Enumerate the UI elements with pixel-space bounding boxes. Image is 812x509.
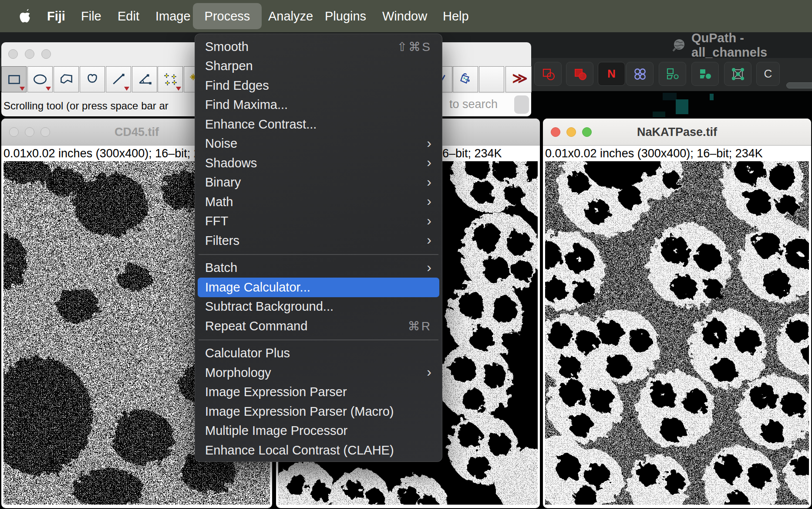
annotations-filled-icon <box>572 66 588 82</box>
menu-item-noise[interactable]: Noise› <box>198 134 439 154</box>
angle-tool-button[interactable] <box>132 66 157 92</box>
line-tool-icon <box>110 71 127 88</box>
shortcut-label: ⌘R <box>408 319 431 333</box>
qupath-detections-filled-button[interactable] <box>691 62 719 86</box>
polygon-tool-icon <box>57 71 75 88</box>
menu-item-repeat-command[interactable]: Repeat Command ⌘R <box>198 316 439 336</box>
image-info: 0.01x0.02 inches (300x400); 16–bit; 234K <box>543 146 811 161</box>
freehand-tool-button[interactable] <box>80 66 105 92</box>
submenu-chevron-icon: › <box>427 260 431 274</box>
submenu-chevron-icon: › <box>427 233 431 247</box>
minimize-button[interactable] <box>25 49 34 59</box>
submenu-chevron-icon: › <box>427 155 431 169</box>
tool-dropdown-icon <box>176 87 181 91</box>
submenu-chevron-icon: › <box>427 175 431 189</box>
submenu-chevron-icon: › <box>427 365 431 379</box>
fill-tool-button[interactable] <box>453 66 478 92</box>
menu-separator <box>199 339 438 340</box>
macos-menubar: Fiji File Edit Image Process Analyze Plu… <box>0 0 812 32</box>
qupath-annotations-filled-button[interactable] <box>566 62 593 86</box>
annotations-outline-icon <box>540 66 556 82</box>
qupath-annotations-outline-button[interactable] <box>534 62 562 86</box>
menu-item-morphology[interactable]: Morphology› <box>198 363 439 383</box>
oval-tool-icon <box>31 71 49 88</box>
shortcut-label: ⇧⌘S <box>397 40 431 54</box>
qupath-opacity-slider[interactable] <box>786 82 812 88</box>
qupath-channels-button[interactable]: C <box>756 62 780 86</box>
apple-icon[interactable] <box>18 8 31 24</box>
point-tool-button[interactable] <box>158 66 183 92</box>
menu-item-find-edges[interactable]: Find Edges <box>198 76 439 95</box>
qupath-names-toggle-button[interactable]: N <box>598 62 625 86</box>
menu-item-find-maxima[interactable]: Find Maxima... <box>198 95 439 115</box>
qupath-thumbnail-tile <box>663 93 677 100</box>
window-title: NaKATPase.tif <box>543 119 811 146</box>
menu-item-enhance-local-contrast[interactable]: Enhance Local Contrast (CLAHE) <box>198 441 439 460</box>
menubar-item-window[interactable]: Window <box>382 0 427 32</box>
qupath-thumbnail-tile <box>653 112 665 117</box>
menu-item-subtract-background[interactable]: Subtract Background... <box>198 297 439 317</box>
qupath-window-title: QuPath - all_channels <box>691 32 812 58</box>
menu-item-sharpen[interactable]: Sharpen <box>198 57 439 76</box>
c-label: C <box>764 67 772 81</box>
rectangle-tool-button[interactable] <box>1 66 27 92</box>
desktop: QuPath - all_channels N <box>0 0 812 509</box>
angle-tool-icon <box>136 71 153 88</box>
menu-item-batch[interactable]: Batch› <box>198 258 439 278</box>
search-thumb[interactable] <box>514 95 529 114</box>
menubar-item-edit[interactable]: Edit <box>118 0 139 32</box>
line-tool-button[interactable] <box>106 66 131 92</box>
menubar-item-fiji[interactable]: Fiji <box>47 0 65 32</box>
n-label: N <box>607 67 616 81</box>
polygon-tool-button[interactable] <box>54 66 79 92</box>
qupath-thumbnail-tile <box>710 94 714 100</box>
rectangle-tool-icon <box>5 71 23 88</box>
submenu-chevron-icon: › <box>427 214 431 227</box>
submenu-chevron-icon: › <box>427 136 431 150</box>
menu-item-smooth[interactable]: Smooth ⇧⌘S <box>198 37 439 57</box>
qupath-graph-nodes-button[interactable] <box>724 62 751 86</box>
status-text: Scrolling tool (or press space bar ar <box>3 95 202 116</box>
menubar-item-image[interactable]: Image <box>155 0 191 32</box>
menubar-item-help[interactable]: Help <box>443 0 469 32</box>
menubar-item-analyze[interactable]: Analyze <box>268 0 313 32</box>
qupath-thumbnail-tile <box>676 99 688 114</box>
qupath-detections-outline-button[interactable] <box>659 62 686 86</box>
menu-item-image-calculator[interactable]: Image Calculator... <box>198 278 439 297</box>
menu-item-image-expression-parser-macro[interactable]: Image Expression Parser (Macro) <box>198 402 439 421</box>
menubar-item-file[interactable]: File <box>81 0 101 32</box>
qupath-app-icon <box>672 38 687 53</box>
empty-tool-slot[interactable] <box>479 66 504 92</box>
tool-dropdown-icon <box>124 87 129 91</box>
menu-item-filters[interactable]: Filters› <box>198 231 439 251</box>
freehand-tool-icon <box>84 71 101 88</box>
zoom-button[interactable] <box>41 49 51 59</box>
menu-item-math[interactable]: Math› <box>198 192 439 212</box>
menubar-item-process[interactable]: Process <box>193 3 262 29</box>
graph-nodes-icon <box>730 66 746 82</box>
menu-item-image-expression-parser[interactable]: Image Expression Parser <box>198 383 439 402</box>
menu-item-fft[interactable]: FFT› <box>198 212 439 231</box>
more-tools-icon: ≫ <box>512 69 525 89</box>
menubar-item-plugins[interactable]: Plugins <box>325 0 366 32</box>
oval-tool-button[interactable] <box>27 66 53 92</box>
qupath-cluster-button[interactable] <box>626 62 654 86</box>
menu-item-calculator-plus[interactable]: Calculator Plus <box>198 344 439 363</box>
close-button[interactable] <box>8 49 18 59</box>
nakatpase-window: NaKATPase.tif 0.01x0.02 inches (300x400)… <box>543 119 811 508</box>
tool-dropdown-icon <box>46 87 51 91</box>
tool-dropdown-icon <box>20 87 25 91</box>
submenu-chevron-icon: › <box>427 194 431 208</box>
more-tools-button[interactable]: ≫ <box>505 66 532 92</box>
search-placeholder: to search <box>449 98 498 111</box>
detections-filled-icon <box>697 66 714 82</box>
detections-outline-icon <box>664 66 681 82</box>
process-dropdown-menu: Smooth ⇧⌘S Sharpen Find Edges Find Maxim… <box>195 34 442 462</box>
fill-tool-icon <box>457 71 474 88</box>
menu-item-enhance-contrast[interactable]: Enhance Contrast... <box>198 115 439 134</box>
nakatpase-image[interactable] <box>545 161 809 505</box>
menu-item-binary[interactable]: Binary› <box>198 173 439 193</box>
menu-separator <box>199 254 438 255</box>
menu-item-shadows[interactable]: Shadows› <box>198 153 439 173</box>
menu-item-multiple-image-processor[interactable]: Multiple Image Processor <box>198 421 439 441</box>
